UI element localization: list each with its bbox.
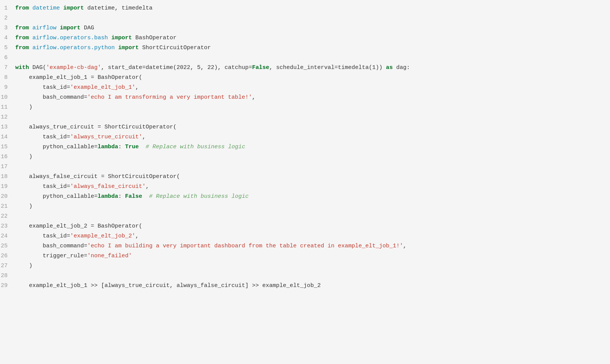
code-line: 22 [0, 212, 610, 222]
code-line: 24 task_id='example_elt_job_2', [0, 232, 610, 242]
token-plain: , schedule_interval=timedelta(1)) [269, 64, 386, 71]
code-content: task_id='example_elt_job_1', [15, 83, 602, 92]
token-kw-with: with [15, 64, 32, 71]
code-content: example_elt_job_1 >> [always_true_circui… [15, 281, 602, 290]
token-kw-false: False [252, 64, 269, 71]
code-content: with DAG('example-cb-dag', start_date=da… [15, 63, 602, 72]
code-line: 26 trigger_rule='none_failed' [0, 252, 610, 261]
code-line: 12 [0, 113, 610, 123]
line-number: 11 [0, 103, 15, 112]
code-content: from airflow.operators.python import Sho… [15, 43, 602, 53]
code-content: ) [15, 202, 602, 211]
code-content: ) [15, 261, 602, 271]
token-kw-as: as [386, 64, 393, 71]
token-plain: task_id= [15, 134, 70, 140]
line-number: 28 [0, 271, 15, 281]
code-line: 25 bash_command='echo I am building a ve… [0, 242, 610, 252]
code-content: always_false_circuit = ShortCircuitOpera… [15, 172, 602, 181]
code-line: 3from airflow import DAG [0, 24, 610, 34]
code-line: 11 ) [0, 103, 610, 113]
code-line: 17 [0, 162, 610, 172]
token-string: 'echo I am building a very important das… [87, 243, 403, 249]
line-number: 3 [0, 24, 15, 33]
token-plain: always_false_circuit = ShortCircuitOpera… [15, 173, 180, 180]
line-number: 6 [0, 53, 15, 63]
line-number: 15 [0, 143, 15, 152]
token-string: 'example-cb-dag' [46, 64, 101, 71]
token-plain [139, 144, 146, 150]
token-plain: : [118, 144, 125, 150]
code-line: 29 example_elt_job_1 >> [always_true_cir… [0, 281, 610, 291]
line-number: 12 [0, 113, 15, 122]
token-plain: bash_command= [15, 243, 87, 249]
token-string: 'echo I am transforming a very important… [87, 94, 252, 101]
line-number: 20 [0, 192, 15, 201]
code-line: 10 bash_command='echo I am transforming … [0, 93, 610, 103]
line-number: 19 [0, 182, 15, 191]
token-plain: bash_command= [15, 94, 87, 101]
line-number: 22 [0, 212, 15, 221]
code-content [15, 53, 602, 63]
code-line: 13 always_true_circuit = ShortCircuitOpe… [0, 123, 610, 133]
token-kw-lambda: lambda [98, 144, 118, 150]
token-plain: , [142, 134, 146, 140]
token-module: datetime [32, 5, 60, 11]
code-editor: 1from datetime import datetime, timedelt… [0, 0, 610, 364]
code-content: from airflow.operators.bash import BashO… [15, 34, 602, 43]
token-plain [142, 193, 149, 200]
code-line: 9 task_id='example_elt_job_1', [0, 83, 610, 93]
line-number: 21 [0, 202, 15, 211]
line-number: 2 [0, 14, 15, 23]
token-plain: , [252, 94, 255, 101]
token-comment: # Replace with business logic [146, 144, 245, 150]
token-plain: DAG [84, 25, 94, 31]
code-line: 28 [0, 271, 610, 281]
token-module: airflow.operators.bash [32, 35, 108, 41]
code-content [15, 162, 602, 172]
line-number: 29 [0, 281, 15, 290]
token-plain: , [403, 243, 406, 249]
code-content [15, 113, 602, 122]
token-plain: example_elt_job_1 = BashOperator( [15, 74, 142, 81]
line-number: 27 [0, 261, 15, 271]
token-kw-true: True [125, 144, 139, 150]
line-number: 17 [0, 162, 15, 172]
line-number: 7 [0, 63, 15, 72]
code-content: always_true_circuit = ShortCircuitOperat… [15, 123, 602, 132]
token-kw-false: False [125, 193, 142, 200]
code-content [15, 14, 602, 23]
token-plain: DAG( [32, 64, 46, 71]
line-number: 25 [0, 242, 15, 251]
code-line: 6 [0, 53, 610, 63]
code-line: 5from airflow.operators.python import Sh… [0, 43, 610, 53]
token-plain: , [135, 84, 139, 91]
token-plain: ShortCircuitOperator [142, 45, 211, 51]
token-kw-from: from [15, 5, 32, 11]
token-plain: BashOperator [135, 35, 177, 41]
code-content: trigger_rule='none_failed' [15, 252, 602, 261]
code-line: 4from airflow.operators.bash import Bash… [0, 34, 610, 43]
token-plain: task_id= [15, 84, 70, 91]
code-line: 19 task_id='always_false_circuit', [0, 182, 610, 192]
token-kw-import: import [60, 5, 87, 11]
code-line: 2 [0, 14, 610, 24]
line-number: 13 [0, 123, 15, 132]
line-number: 10 [0, 93, 15, 102]
token-plain: datetime, timedelta [87, 5, 152, 11]
line-number: 4 [0, 34, 15, 43]
token-plain: task_id= [15, 233, 70, 239]
token-plain: dag: [393, 64, 410, 71]
code-line: 18 always_false_circuit = ShortCircuitOp… [0, 172, 610, 182]
token-plain: trigger_rule= [15, 253, 87, 259]
token-plain: , start_date=datetime(2022, 5, 22), catc… [101, 64, 252, 71]
token-plain: ) [15, 263, 32, 269]
code-content: ) [15, 103, 602, 112]
code-line: 20 python_callable=lambda: False # Repla… [0, 192, 610, 202]
code-content: task_id='always_true_circuit', [15, 133, 602, 142]
code-content: task_id='example_elt_job_2', [15, 232, 602, 241]
code-content: bash_command='echo I am building a very … [15, 242, 602, 251]
line-number: 23 [0, 222, 15, 231]
line-number: 16 [0, 152, 15, 162]
token-plain: example_elt_job_1 >> [always_true_circui… [15, 282, 321, 289]
code-line: 23 example_elt_job_2 = BashOperator( [0, 222, 610, 232]
